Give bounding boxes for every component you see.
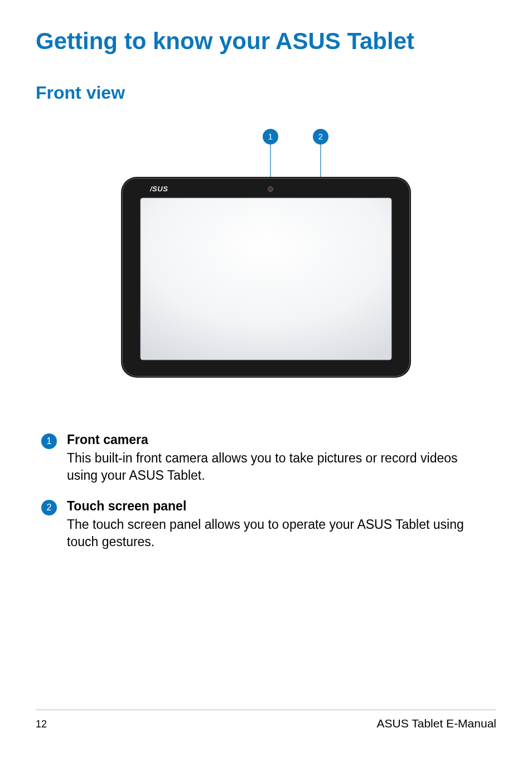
- tablet-svg: 1 2 /SUS: [110, 126, 422, 388]
- callout-number-badge: 2: [41, 500, 57, 515]
- touch-screen-icon: [141, 198, 391, 360]
- callout-title: Front camera: [67, 432, 491, 447]
- callout-text: The touch screen panel allows you to ope…: [67, 516, 491, 551]
- page-number: 12: [36, 719, 47, 730]
- callout-text: This built-in front camera allows you to…: [67, 450, 491, 484]
- tablet-body-icon: /SUS: [121, 177, 411, 378]
- manual-name: ASUS Tablet E-Manual: [377, 717, 496, 730]
- callout-number-badge: 1: [41, 433, 57, 449]
- callout-marker-1-label: 1: [268, 132, 273, 141]
- page-title: Getting to know your ASUS Tablet: [36, 28, 496, 55]
- callout-body: Front camera This built-in front camera …: [67, 432, 491, 484]
- section-title: Front view: [36, 83, 496, 103]
- callout-item-2: 2 Touch screen panel The touch screen pa…: [41, 499, 491, 551]
- callout-list: 1 Front camera This built-in front camer…: [36, 432, 496, 551]
- document-page: Getting to know your ASUS Tablet Front v…: [0, 0, 532, 757]
- front-view-diagram: 1 2 /SUS: [36, 126, 496, 388]
- callout-marker-2-label: 2: [318, 132, 323, 141]
- brand-logo: /SUS: [149, 185, 168, 193]
- page-footer: 12 ASUS Tablet E-Manual: [36, 710, 496, 730]
- callout-title: Touch screen panel: [67, 499, 491, 514]
- callout-item-1: 1 Front camera This built-in front camer…: [41, 432, 491, 484]
- callout-body: Touch screen panel The touch screen pane…: [67, 499, 491, 551]
- front-camera-icon: [268, 187, 273, 192]
